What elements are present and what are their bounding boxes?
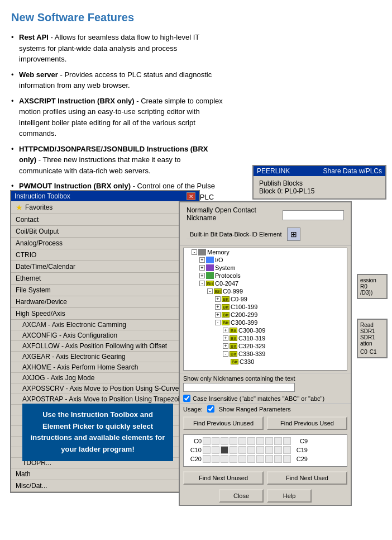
grid-cell-c20-1[interactable] [212, 455, 219, 463]
help-button[interactable]: Help [267, 489, 312, 503]
grid-cell-c20-8[interactable] [274, 455, 282, 463]
expand-protocols[interactable]: + [199, 273, 205, 278]
peerlink-body: Publish Blocks Block 0: PL0-PL15 [254, 176, 385, 198]
toolbox-item-contact[interactable]: Contact [11, 214, 199, 226]
expand-c320-329[interactable]: + [223, 343, 228, 349]
grid-cell-c20-5[interactable] [247, 455, 255, 463]
tree-area[interactable]: - Memory + I/O + System + Protocols - Bi… [183, 248, 347, 371]
tree-node-c320-329[interactable]: + Bit C320-329 [184, 342, 347, 350]
toolbox-item-coil[interactable]: Coil/Bit Output [11, 226, 199, 238]
toolbox-subitem-axconfig[interactable]: AXCONFIG - Axis Configuration [11, 330, 199, 341]
grid-cell-c0-2[interactable] [221, 437, 228, 445]
tree-node-c300-309[interactable]: + Bit C300-309 [184, 326, 347, 334]
grid-cell-c20-3[interactable] [230, 455, 237, 463]
grid-button[interactable]: ⊞ [287, 228, 300, 241]
grid-cell-c0-7[interactable] [265, 437, 273, 445]
grid-cell-c0-0[interactable] [203, 437, 211, 445]
nickname-input[interactable] [283, 210, 344, 220]
tree-node-system[interactable]: + System [184, 264, 347, 272]
c330-label: C330 [240, 358, 254, 365]
find-prev-unused-button[interactable]: Find Previous Unused [183, 416, 264, 430]
grid-cell-c10-3[interactable] [230, 446, 237, 454]
tree-node-c0-999[interactable]: - Bit C0-999 [184, 287, 347, 295]
toolbox-subitem-axposscrv[interactable]: AXPOSSCRV - Axis Move to Position Using … [11, 383, 199, 394]
expand-c0-999[interactable]: - [207, 288, 213, 294]
grid-cell-c10-4[interactable] [238, 446, 246, 454]
show-ranged-checkbox[interactable] [207, 405, 214, 413]
grid-cell-c0-6[interactable] [256, 437, 264, 445]
grid-cell-c10-8[interactable] [274, 446, 282, 454]
toolbox-item-hardware[interactable]: Hardware/Device [11, 296, 199, 308]
grid-cell-c20-6[interactable] [256, 455, 264, 463]
grid-cell-c10-6[interactable] [256, 446, 264, 454]
grid-cell-c20-0[interactable] [203, 455, 211, 463]
tree-node-c0-99[interactable]: + Bit C0-99 [184, 295, 347, 303]
search-input[interactable] [183, 383, 295, 392]
session-value: R0 [360, 283, 384, 290]
grid-cell-c10-9[interactable] [283, 446, 291, 454]
tree-node-c310-319[interactable]: + Bit C310-319 [184, 334, 347, 342]
toolbox-item-favorites[interactable]: ★ Favorites [11, 201, 199, 214]
toolbox-item-misc[interactable]: Misc/Dat... [11, 480, 199, 492]
toolbox-subitem-axgear[interactable]: AXGEAR - Axis Electronic Gearing [11, 352, 199, 362]
grid-cell-c20-4[interactable] [238, 455, 246, 463]
toolbox-subitem-axfollow[interactable]: AXFOLLOW - Axis Position Following with … [11, 341, 199, 352]
grid-cell-c0-4[interactable] [238, 437, 246, 445]
peerlink-block-label: Publish Blocks [259, 179, 380, 187]
grid-cell-c10-2[interactable] [221, 446, 228, 454]
expand-c310-319[interactable]: + [223, 335, 228, 341]
case-insensitive-checkbox[interactable] [183, 395, 190, 402]
grid-cell-c10-1[interactable] [212, 446, 219, 454]
toolbox-subitem-axjog[interactable]: AXJOG - Axis Jog Mode [11, 373, 199, 383]
toolbox-item-filesystem[interactable]: File System [11, 285, 199, 296]
grid-cell-c10-0[interactable] [203, 446, 211, 454]
expand-c300-399[interactable]: - [215, 320, 221, 325]
grid-cell-c20-9[interactable] [283, 455, 291, 463]
close-button[interactable]: Close [219, 489, 264, 503]
grid-cell-c10-5[interactable] [247, 446, 255, 454]
expand-c100-199[interactable]: + [215, 304, 221, 310]
grid-cell-c0-9[interactable] [283, 437, 291, 445]
expand-system[interactable]: + [199, 265, 205, 271]
toolbox-item-ethernet[interactable]: Ethernet [11, 273, 199, 285]
protocols-icon [206, 272, 214, 279]
c300-399-icon: Bit [222, 320, 230, 325]
expand-c0-99[interactable]: + [215, 296, 221, 302]
tree-node-c330-339[interactable]: - Bit C330-339 [184, 350, 347, 358]
tree-node-c330[interactable]: Bit C330 [184, 358, 347, 366]
feature-item-2: Web server - Provides access to PLC stat… [11, 69, 223, 91]
toolbox-subitem-axhome[interactable]: AXHOME - Axis Perform Home Search [11, 362, 199, 373]
grid-cell-c0-3[interactable] [230, 437, 237, 445]
grid-cell-c0-8[interactable] [274, 437, 282, 445]
grid-cell-c10-7[interactable] [265, 446, 273, 454]
expand-c200-299[interactable]: + [215, 312, 221, 318]
tree-node-protocols[interactable]: + Protocols [184, 272, 347, 280]
toolbox-item-math[interactable]: Math [11, 468, 199, 480]
session-label: ession [360, 277, 384, 283]
tree-node-c200-299[interactable]: + Bit C200-299 [184, 311, 347, 319]
tree-node-memory[interactable]: - Memory [184, 248, 347, 256]
expand-memory[interactable]: - [192, 249, 197, 255]
grid-cell-c0-1[interactable] [212, 437, 219, 445]
find-next-unused-button[interactable]: Find Next Unused [183, 471, 264, 485]
tree-node-c300-399[interactable]: - Bit C300-399 [184, 319, 347, 326]
expand-io[interactable]: + [199, 257, 205, 263]
find-next-used-button[interactable]: Find Next Used [267, 471, 347, 485]
expand-c300-309[interactable]: + [223, 328, 228, 333]
grid-cell-c20-7[interactable] [265, 455, 273, 463]
toolbox-item-highspeed[interactable]: High Speed/Axis [11, 308, 199, 320]
c200-299-icon: Bit [222, 312, 230, 318]
tree-node-c100-199[interactable]: + Bit C100-199 [184, 303, 347, 311]
tree-node-io[interactable]: + I/O [184, 256, 347, 264]
grid-cell-c0-5[interactable] [247, 437, 255, 445]
expand-c330-339[interactable]: - [223, 351, 228, 357]
grid-cell-c20-2[interactable] [221, 455, 228, 463]
toolbox-item-datetime[interactable]: Date/Time/Calendar [11, 261, 199, 273]
find-prev-used-button[interactable]: Find Previous Used [267, 416, 347, 430]
toolbox-subitem-axcam[interactable]: AXCAM - Axis Electronic Camming [11, 320, 199, 330]
expand-c0-2047[interactable]: - [199, 281, 205, 286]
toolbox-close-button[interactable]: ✕ [187, 192, 195, 200]
toolbox-item-analog[interactable]: Analog/Process [11, 238, 199, 249]
tree-node-c0-2047[interactable]: - Bit C0-2047 [184, 280, 347, 287]
toolbox-item-ctrio[interactable]: CTRIO [11, 249, 199, 261]
